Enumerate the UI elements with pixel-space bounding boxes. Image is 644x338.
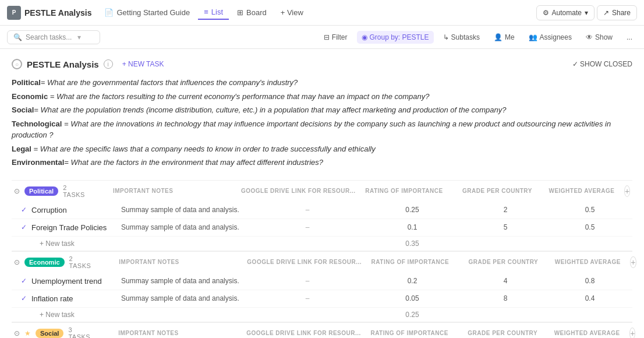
check-icon-3: ✓	[21, 277, 27, 285]
col-header-grade-s: GRADE PER COUNTRY	[456, 330, 549, 336]
group-toggle-political[interactable]: ⊙	[14, 187, 20, 195]
chevron-down-icon: ▾	[77, 33, 81, 41]
task-name-cell-4: ✓ Inflation rate	[21, 294, 121, 303]
task-row-unemployment: ✓ Unemployment trend Summay sample of da…	[12, 273, 632, 290]
subtasks-icon: ↳	[443, 33, 449, 41]
automate-icon: ⚙	[543, 9, 549, 17]
col-header-drive: GOOGLE DRIVE LINK FOR RESOUR...	[241, 188, 358, 194]
task-notes-2: Summay sample of data and analysis.	[121, 223, 249, 231]
col-header-rating-e: RATING OF IMPORTANCE	[363, 259, 457, 265]
star-icon-social: ★	[24, 329, 31, 337]
chevron-down-icon: ▾	[585, 9, 588, 17]
toolbar: 🔍 Search tasks... ▾ ⊟ Filter ◉ Group by:…	[0, 26, 644, 49]
desc-political: Political= What are the governmental fac…	[12, 77, 632, 89]
new-task-button[interactable]: + NEW TASK	[118, 58, 169, 70]
automate-button[interactable]: ⚙ Automate ▾	[536, 5, 595, 20]
new-task-row-political[interactable]: + New task 0.35	[12, 237, 632, 251]
filter-icon: ⊟	[324, 33, 330, 41]
task-weighted-2: 0.5	[552, 223, 628, 231]
check-icon-2: ✓	[21, 223, 27, 231]
nav-tab-board[interactable]: ⊞ Board	[231, 6, 273, 19]
logo-icon: P	[7, 6, 21, 20]
task-name-cell: ✓ Corruption	[21, 206, 121, 214]
task-weighted-1: 0.5	[552, 206, 628, 214]
task-rating-2: 0.1	[366, 223, 459, 231]
group-economic-header: ⊙ Economic 2 TASKS IMPORTANT NOTES GOOGL…	[12, 251, 632, 273]
top-nav: P PESTLE Analysis 📄 Getting Started Guid…	[0, 0, 644, 26]
task-grade-2: 5	[459, 223, 552, 231]
task-name[interactable]: Corruption	[31, 206, 67, 214]
task-name-4[interactable]: Inflation rate	[31, 294, 73, 303]
task-notes-1: Summay sample of data and analysis.	[121, 206, 249, 214]
search-box[interactable]: 🔍 Search tasks... ▾	[7, 30, 100, 44]
group-icon: ◉	[362, 33, 367, 41]
subtasks-button[interactable]: ↳ Subtasks	[438, 31, 484, 44]
nav-tab-list[interactable]: ≡ List	[198, 5, 229, 20]
assignees-button[interactable]: 👥 Assignees	[524, 31, 576, 44]
task-drive-1: –	[249, 206, 366, 214]
desc-technological: Technological = What are the innovations…	[12, 118, 632, 141]
search-placeholder: Search tasks...	[26, 33, 72, 41]
description-block: Political= What are the governmental fac…	[12, 77, 632, 168]
nav-tab-view[interactable]: + View	[275, 6, 309, 19]
nav-logo: P PESTLE Analysis	[7, 6, 91, 20]
group-add-political[interactable]: +	[624, 185, 630, 197]
project-circle: ○	[12, 59, 22, 69]
task-name-cell-2: ✓ Foreign Trade Policies	[21, 223, 121, 232]
search-icon: 🔍	[13, 33, 22, 41]
group-add-economic[interactable]: +	[630, 256, 636, 268]
group-badge-economic: Economic	[24, 258, 65, 267]
col-header-weighted: WEIGHTED AVERAGE	[544, 188, 620, 194]
col-header-rating: RATING OF IMPORTANCE	[358, 188, 451, 194]
subtotal-political: 0.35	[366, 240, 459, 248]
desc-environmental: Environmental= What are the factors in t…	[12, 157, 632, 168]
info-icon[interactable]: i	[104, 59, 113, 69]
nav-tab-getting-started[interactable]: 📄 Getting Started Guide	[98, 6, 196, 19]
group-political: ⊙ Political 2 TASKS IMPORTANT NOTES GOOG…	[12, 180, 632, 251]
task-row-foreign-trade: ✓ Foreign Trade Policies Summay sample o…	[12, 219, 632, 237]
group-toggle-social[interactable]: ⊙	[14, 329, 20, 337]
list-icon: ≡	[204, 8, 208, 16]
task-name-3[interactable]: Unemployment trend	[31, 277, 102, 286]
me-icon: 👤	[494, 33, 503, 41]
desc-social: Social= What are the population trends (…	[12, 104, 632, 116]
desc-economic: Economic = What are the factors resultin…	[12, 91, 632, 103]
share-icon: ↗	[603, 9, 609, 17]
group-by-button[interactable]: ◉ Group by: PESTLE	[357, 31, 434, 44]
col-header-rating-s: RATING OF IMPORTANCE	[363, 330, 456, 336]
group-count-social: 3 TASKS	[68, 326, 90, 339]
groups-container: ⊙ Political 2 TASKS IMPORTANT NOTES GOOG…	[12, 180, 632, 339]
task-rating-1: 0.25	[366, 206, 459, 214]
task-grade-1: 2	[459, 206, 552, 214]
col-header-weighted-s: WEIGHTED AVERAGE	[549, 330, 625, 336]
col-header-grade-e: GRADE PER COUNTRY	[457, 259, 550, 265]
eye-icon: 👁	[586, 33, 593, 41]
app-title: PESTLE Analysis	[24, 8, 91, 17]
group-add-social[interactable]: +	[629, 328, 635, 339]
new-task-row-economic[interactable]: + New task 0.25	[12, 308, 632, 322]
me-button[interactable]: 👤 Me	[489, 31, 519, 44]
group-social-header: ⊙ ★ Social 3 TASKS IMPORTANT NOTES GOOGL…	[12, 322, 632, 339]
show-button[interactable]: 👁 Show	[581, 31, 617, 44]
group-political-header: ⊙ Political 2 TASKS IMPORTANT NOTES GOOG…	[12, 180, 632, 202]
doc-icon: 📄	[104, 8, 114, 17]
group-count-economic: 2 TASKS	[69, 255, 91, 269]
show-closed-button[interactable]: ✓ SHOW CLOSED	[572, 60, 632, 68]
col-header-notes-e: IMPORTANT NOTES	[119, 259, 247, 265]
task-row-inflation: ✓ Inflation rate Summay sample of data a…	[12, 290, 632, 308]
group-badge-social: Social	[36, 329, 63, 338]
desc-legal: Legal = What are the specific laws that …	[12, 143, 632, 155]
filter-button[interactable]: ⊟ Filter	[319, 31, 352, 44]
task-name-2[interactable]: Foreign Trade Policies	[31, 223, 107, 232]
task-name-cell-3: ✓ Unemployment trend	[21, 277, 121, 286]
share-button[interactable]: ↗ Share	[597, 5, 637, 20]
subtotal-economic: 0.25	[366, 311, 459, 319]
col-headers-political: IMPORTANT NOTES GOOGLE DRIVE LINK FOR RE…	[113, 188, 620, 194]
task-drive-2: –	[249, 223, 366, 231]
group-toggle-economic[interactable]: ⊙	[14, 258, 20, 266]
more-button[interactable]: ...	[622, 31, 637, 44]
board-icon: ⊞	[237, 8, 243, 17]
group-count-political: 2 TASKS	[63, 184, 85, 198]
project-header: ○ PESTLE Analysis i + NEW TASK ✓ SHOW CL…	[12, 58, 632, 70]
check-icon-4: ✓	[21, 294, 27, 302]
